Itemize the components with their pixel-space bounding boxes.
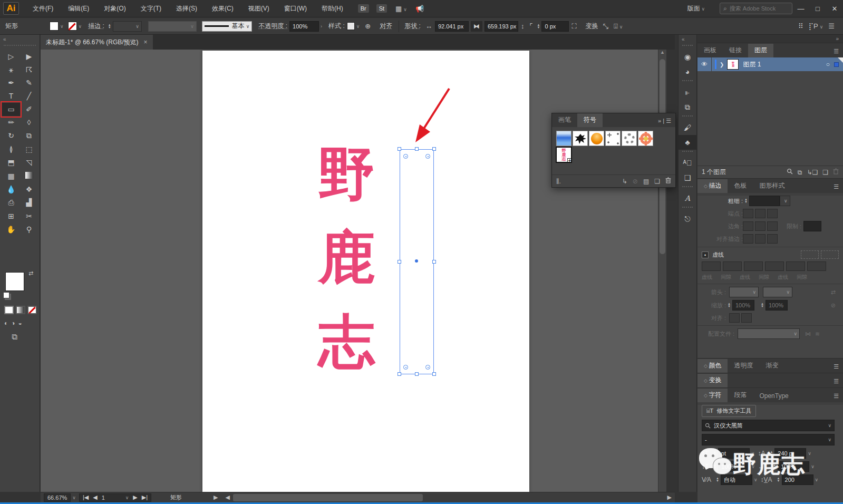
target-circle-icon[interactable]: ○	[826, 61, 830, 68]
flip-across-icon[interactable]: ≋	[815, 331, 820, 337]
status-divider-icon[interactable]: ▶	[214, 494, 218, 501]
tab-graphic-styles[interactable]: 图形样式	[753, 179, 791, 193]
stroke-weight-stepper[interactable]: ▲▼	[108, 24, 111, 29]
dashed-line-checkbox[interactable]: ▪	[702, 251, 709, 258]
column-graph-tool[interactable]: ▟	[20, 196, 38, 209]
cap-round-button[interactable]	[755, 209, 766, 218]
minimize-button[interactable]: —	[792, 2, 809, 15]
symbols-panel-icon[interactable]: ♣	[679, 135, 696, 150]
menu-window[interactable]: 窗口(W)	[277, 0, 314, 17]
cap-projecting-button[interactable]	[767, 209, 778, 218]
corner-bevel-button[interactable]	[767, 221, 778, 231]
hand-tool[interactable]: ✋	[2, 222, 20, 236]
menu-help[interactable]: 帮助(H)	[314, 0, 351, 17]
hscroll-right-icon[interactable]: ▶	[667, 494, 672, 501]
visibility-eye-icon[interactable]: 👁	[697, 61, 711, 68]
opacity-input[interactable]: 100%	[289, 21, 319, 32]
none-button[interactable]	[27, 306, 37, 314]
shape-height-input[interactable]: 659.193 px	[485, 21, 518, 32]
swap-arrowheads-icon[interactable]: ⇄	[831, 289, 836, 296]
graphic-styles-panel-icon[interactable]: ❑	[679, 170, 696, 185]
layer-row[interactable]: 👁 ❯ 野鹿 图层 1 ○	[697, 57, 843, 71]
close-button[interactable]: ✕	[826, 2, 843, 15]
layer-name[interactable]: 图层 1	[743, 60, 761, 69]
stroke-menu-icon[interactable]: ☰	[829, 181, 843, 193]
selection-tool[interactable]: ▷	[2, 50, 20, 63]
color-button[interactable]	[4, 306, 14, 314]
new-layer-icon[interactable]: ❏	[822, 169, 828, 176]
tab-layers[interactable]: 图层	[748, 44, 773, 57]
shaper-tool[interactable]: ✏	[2, 116, 20, 129]
symbol-yeluzhi-new[interactable]: 野鹿志 +	[556, 147, 571, 162]
menu-file[interactable]: 文件(F)	[25, 0, 61, 17]
arrow-scale-start-input[interactable]: 100%	[732, 300, 754, 311]
limit-input[interactable]	[803, 221, 821, 231]
symbol-registration-marks[interactable]	[605, 131, 621, 146]
eyedropper-tool[interactable]: 💧	[2, 183, 20, 196]
symbol-libraries-icon[interactable]: ⫼.	[556, 178, 561, 185]
menu-view[interactable]: 视图(V)	[241, 0, 277, 17]
arrange-documents-icon[interactable]: ▦∨	[395, 5, 407, 13]
tab-paragraph[interactable]: 段落	[728, 389, 753, 402]
artboard-number[interactable]: 1	[102, 495, 120, 501]
width-tool[interactable]: ≬	[2, 142, 20, 156]
tab-stroke[interactable]: ◇ 描边	[697, 179, 728, 193]
collapse-strip-icon[interactable]: «	[679, 35, 696, 44]
eraser-tool[interactable]: ◊	[20, 116, 38, 129]
tab-links[interactable]: 链接	[723, 44, 748, 57]
corner-round-button[interactable]	[755, 221, 766, 231]
hscroll-left-icon[interactable]: ◀	[226, 494, 230, 501]
new-sublayer-icon[interactable]: ↳❏	[807, 169, 818, 176]
swap-fill-stroke-icon[interactable]: ⇄	[28, 270, 33, 277]
zoom-select-icon[interactable]: ∨	[72, 495, 76, 500]
last-artboard-icon[interactable]: ▶|	[142, 494, 148, 501]
gradient-button[interactable]	[16, 306, 25, 314]
break-link-icon[interactable]: ⊘	[633, 178, 638, 185]
delete-symbol-icon[interactable]	[665, 177, 671, 185]
collapse-dock-icon[interactable]: »	[697, 35, 843, 43]
recolor-artwork-icon[interactable]: ⊕	[365, 22, 371, 30]
perspective-grid-tool[interactable]: ◹	[20, 156, 38, 169]
zoom-level[interactable]: 66.67%	[44, 493, 71, 502]
center-anchor[interactable]	[415, 259, 418, 263]
paintbrush-tool[interactable]: ✐	[20, 103, 38, 116]
rotate-tool[interactable]: ↻	[2, 129, 20, 142]
make-clip-mask-icon[interactable]: ⧉	[798, 169, 802, 176]
flip-along-icon[interactable]: ⋈	[805, 331, 811, 337]
symbol-orange-orb[interactable]	[589, 131, 604, 146]
layer-thumbnail[interactable]: 野鹿	[727, 59, 739, 70]
link-dimensions-toggle[interactable]: ⧓	[471, 21, 482, 32]
collapse-tools-icon[interactable]: «	[0, 35, 40, 44]
arrow-scale-end-input[interactable]: 100%	[766, 300, 788, 311]
panel-menu-icon[interactable]: ☰	[828, 22, 835, 30]
panel-collapse-icon[interactable]: » | ☰	[654, 115, 675, 127]
align-inside-button[interactable]	[755, 234, 766, 244]
close-document-icon[interactable]: ×	[144, 38, 148, 46]
align-dash-button[interactable]	[821, 250, 839, 259]
corner-radius-stepper[interactable]: ▲▼	[537, 24, 540, 29]
layers-menu-icon[interactable]: ☰	[829, 46, 843, 57]
curvature-tool[interactable]: ✎	[20, 76, 38, 90]
delete-layer-icon[interactable]	[833, 168, 839, 176]
gradient-tool[interactable]	[20, 169, 38, 182]
style-swatch[interactable]	[347, 22, 355, 30]
dash-input-1[interactable]	[702, 261, 721, 271]
symbol-sprayer-tool[interactable]: ⎙	[2, 196, 20, 209]
expand-icon[interactable]: ⤡	[603, 22, 608, 31]
scroll-up-icon[interactable]: ▲	[658, 50, 666, 55]
align-outside-button[interactable]	[767, 234, 778, 244]
appearance-panel-icon[interactable]: A	[679, 191, 696, 206]
weight-select[interactable]: ∨	[780, 196, 790, 206]
cap-butt-button[interactable]	[743, 209, 753, 218]
mesh-tool[interactable]: ▦	[2, 170, 20, 183]
default-fill-stroke-icon[interactable]	[3, 292, 9, 298]
blend-tool[interactable]: ❖	[20, 183, 38, 196]
shape-builder-tool[interactable]: ⬒	[2, 156, 20, 169]
align-tip-button[interactable]	[729, 313, 740, 323]
color-menu-icon[interactable]: ☰	[829, 361, 843, 373]
tab-transform[interactable]: ◇ 变换	[697, 374, 728, 387]
direct-selection-tool[interactable]: ▶	[20, 50, 38, 63]
rectangle-tool[interactable]: ▭	[2, 103, 20, 116]
share-icon[interactable]: 📢	[415, 5, 424, 13]
weight-input[interactable]	[749, 196, 780, 206]
